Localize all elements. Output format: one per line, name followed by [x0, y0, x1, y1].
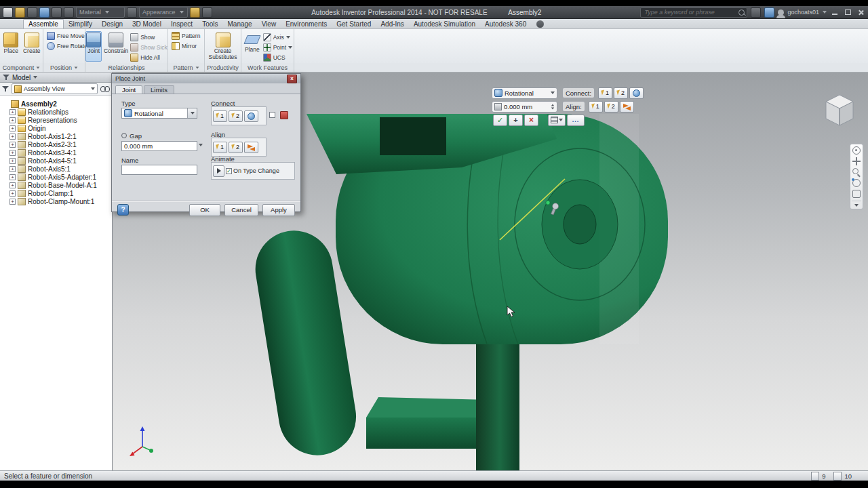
open-file-icon[interactable] — [27, 7, 37, 18]
joint-type-dropdown[interactable]: Rotational — [121, 108, 197, 119]
ribbon-tab[interactable]: Get Started — [332, 20, 376, 28]
tree-item[interactable]: + Robot-Axis3-4:1 — [0, 148, 112, 157]
look-at-icon[interactable] — [852, 190, 861, 198]
maximize-button[interactable] — [843, 8, 852, 17]
browser-header[interactable]: Model — [0, 73, 112, 83]
help-button[interactable]: ? — [117, 204, 129, 216]
tree-item[interactable]: + Relationships — [0, 108, 112, 116]
browser-filter-icon[interactable] — [2, 85, 9, 92]
tree-item[interactable]: + Robot-Clamp:1 — [0, 189, 112, 197]
align-flip-button[interactable] — [620, 101, 634, 113]
connect-first-selection-button[interactable]: 1 — [598, 87, 612, 99]
ok-button[interactable]: OK — [189, 204, 220, 216]
ribbon-tab[interactable]: Autodesk 360 — [480, 20, 531, 28]
dialog-titlebar[interactable]: Place Joint x — [112, 74, 300, 83]
viewcube[interactable] — [817, 89, 862, 134]
align-second-selection-button[interactable]: 2 — [229, 142, 243, 153]
username[interactable]: gochoats01 — [787, 9, 819, 16]
ribbon-tab[interactable]: Assemble — [23, 19, 64, 28]
tree-item[interactable]: + Origin — [0, 124, 112, 132]
ucs-button[interactable]: UCS — [263, 53, 292, 62]
mirror-button[interactable]: Mirror — [172, 41, 197, 50]
steering-wheel-icon[interactable] — [852, 146, 861, 155]
chevron-down-icon[interactable] — [854, 204, 859, 207]
orbit-icon[interactable] — [852, 179, 861, 187]
joint-button[interactable]: Joint — [85, 31, 102, 62]
free-rotate-button[interactable]: Free Rotate — [47, 41, 87, 50]
ribbon-tab[interactable]: View — [257, 20, 281, 28]
gap-input[interactable] — [121, 141, 197, 151]
gap-radio-icon[interactable] — [121, 133, 127, 138]
communication-center-icon[interactable] — [764, 7, 774, 18]
mini-cancel-button[interactable]: × — [524, 115, 538, 126]
name-input[interactable] — [121, 165, 197, 175]
mini-options-list-button[interactable] — [548, 115, 566, 126]
apply-button[interactable]: Apply — [262, 204, 295, 216]
find-binoculars-icon[interactable] — [100, 86, 110, 92]
on-type-change-checkbox[interactable]: ✓ — [226, 168, 232, 174]
hide-all-button[interactable]: Hide All — [130, 53, 167, 62]
cancel-button[interactable]: Cancel — [224, 204, 258, 216]
connect-mode-button[interactable] — [244, 110, 258, 122]
align-second-selection-button[interactable]: 2 — [604, 101, 618, 113]
align-flip-button[interactable] — [244, 142, 258, 153]
app-logo-icon[interactable] — [3, 7, 13, 18]
align-first-selection-button[interactable]: 1 — [589, 101, 603, 113]
joint-type-select[interactable]: Rotational — [492, 87, 557, 99]
tree-item[interactable]: + Robot-Axis1-2:1 — [0, 132, 112, 140]
constrain-button[interactable]: Constrain — [103, 31, 129, 62]
gap-offset-field[interactable]: 0.000 mm — [492, 101, 557, 113]
connect-second-selection-button[interactable]: 2 — [614, 87, 628, 99]
plane-button[interactable]: Plane — [243, 31, 262, 62]
appearance-dropdown[interactable]: Appearance — [139, 7, 188, 18]
zoom-icon[interactable] — [852, 168, 861, 176]
tree-item[interactable]: + Robot-Axis2-3:1 — [0, 140, 112, 148]
model-tree[interactable]: Assembly2 + Relationships + Representati… — [0, 96, 112, 470]
ribbon-tab[interactable]: Manage — [222, 20, 256, 28]
adjust-icon[interactable] — [190, 7, 200, 18]
connect-mode-button[interactable] — [629, 87, 644, 99]
new-file-icon[interactable] — [15, 7, 25, 18]
measure-icon[interactable] — [202, 7, 212, 18]
tree-expander-icon[interactable]: + — [9, 134, 16, 140]
work-features-panel-label[interactable]: Work Features — [241, 63, 294, 72]
create-substitutes-button[interactable]: Create Substitutes — [206, 31, 239, 62]
first-selection-flag-icon[interactable] — [280, 111, 288, 119]
dropdown-button[interactable] — [187, 108, 197, 118]
tree-item[interactable]: + Robot-Clamp-Mount:1 — [0, 197, 112, 205]
tab-joint[interactable]: Joint — [115, 85, 142, 94]
spinner-arrows[interactable] — [551, 104, 555, 110]
pattern-button[interactable]: Pattern — [172, 31, 200, 40]
ribbon-tab[interactable]: Simplify — [64, 20, 97, 28]
tree-expander-icon[interactable]: + — [9, 150, 16, 156]
tree-item[interactable]: Assembly2 — [0, 100, 112, 108]
create-button[interactable]: Create — [22, 31, 42, 62]
assembly-view-dropdown[interactable]: Assembly View — [12, 83, 98, 94]
tree-expander-icon[interactable]: + — [9, 190, 16, 197]
relationships-panel-label[interactable]: Relationships — [85, 63, 168, 72]
close-button[interactable] — [856, 8, 865, 17]
ribbon-tab[interactable]: Autodesk Simulation — [409, 20, 480, 28]
minimize-button[interactable] — [830, 8, 840, 17]
animate-play-button[interactable] — [213, 165, 224, 177]
tree-expander-icon[interactable]: + — [9, 174, 16, 180]
show-button[interactable]: Show — [130, 33, 167, 41]
tree-expander-icon[interactable]: + — [9, 158, 16, 164]
position-panel-label[interactable]: Position — [43, 63, 85, 72]
connect-first-selection-button[interactable]: 1 — [213, 110, 227, 122]
tree-expander-icon[interactable]: + — [9, 199, 16, 205]
tree-expander-icon[interactable]: + — [9, 125, 16, 131]
pan-icon[interactable] — [852, 157, 861, 165]
material-refresh-icon[interactable] — [127, 7, 137, 18]
mini-add-button[interactable]: + — [509, 115, 523, 126]
tree-expander-icon[interactable]: + — [9, 142, 16, 148]
tree-expander-icon[interactable]: + — [9, 166, 16, 172]
filter-icon[interactable] — [3, 74, 9, 81]
ribbon-tab[interactable]: Tools — [197, 20, 222, 28]
ribbon-tab[interactable]: 3D Model — [127, 20, 166, 28]
ribbon-tab[interactable]: Design — [97, 20, 127, 28]
tab-limits[interactable]: Limits — [144, 85, 174, 94]
redo-icon[interactable] — [64, 7, 74, 18]
productivity-panel-label[interactable]: Productivity — [205, 63, 241, 72]
gap-flyout-icon[interactable] — [199, 144, 203, 146]
